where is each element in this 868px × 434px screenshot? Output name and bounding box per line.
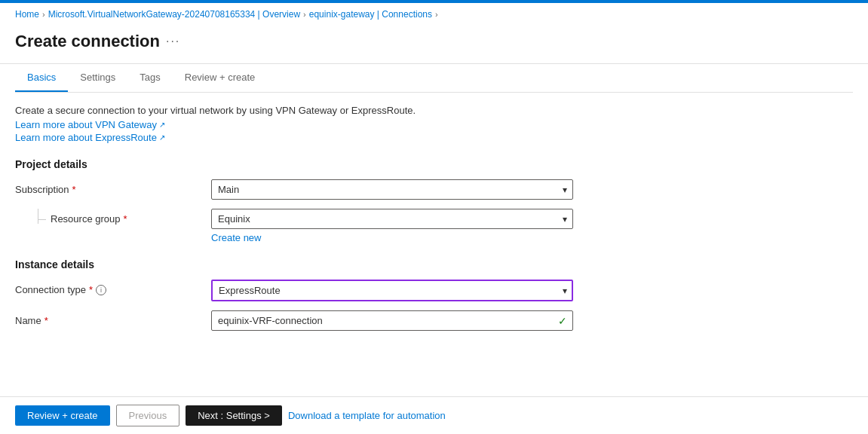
breadcrumb-vng[interactable]: Microsoft.VirtualNetworkGateway-20240708…	[48, 9, 300, 20]
external-link-icon-2: ↗	[159, 133, 165, 142]
ellipsis-icon[interactable]: ···	[166, 35, 180, 48]
tab-basics[interactable]: Basics	[15, 64, 68, 92]
rg-required: *	[124, 213, 127, 225]
ct-select-wrapper: ExpressRoute VNet-to-VNet Site-to-site (…	[211, 280, 573, 301]
vpn-gateway-link[interactable]: Learn more about VPN Gateway ↗	[15, 119, 165, 130]
connection-type-select[interactable]: ExpressRoute VNet-to-VNet Site-to-site (…	[211, 280, 573, 301]
connection-type-info-icon[interactable]: i	[96, 285, 106, 295]
connection-type-label: Connection type * i	[15, 280, 211, 295]
name-input[interactable]	[211, 310, 573, 331]
breadcrumb-sep-1: ›	[42, 10, 45, 19]
name-required: *	[44, 315, 48, 326]
project-details-heading: Project details	[15, 158, 853, 170]
tab-settings[interactable]: Settings	[68, 64, 127, 92]
connection-type-control: ExpressRoute VNet-to-VNet Site-to-site (…	[211, 280, 573, 301]
subscription-label: Subscription *	[15, 179, 211, 195]
name-label: Name *	[15, 310, 211, 326]
breadcrumb-sep-3: ›	[435, 10, 438, 19]
page-title: Create connection	[15, 32, 160, 51]
resource-group-control: Equinix ▾ Create new	[211, 209, 573, 243]
instance-details-heading: Instance details	[15, 258, 853, 270]
breadcrumb: Home › Microsoft.VirtualNetworkGateway-2…	[0, 3, 868, 26]
resource-group-select[interactable]: Equinix	[211, 209, 573, 229]
rg-select-wrapper: Equinix ▾	[211, 209, 573, 229]
expressroute-link[interactable]: Learn more about ExpressRoute ↗	[15, 132, 165, 143]
subscription-select[interactable]: Main	[211, 179, 573, 200]
tab-tags[interactable]: Tags	[127, 64, 172, 92]
breadcrumb-equinix[interactable]: equinix-gateway | Connections	[309, 9, 432, 20]
resource-group-label: Resource group *	[51, 209, 127, 225]
resource-group-row: Resource group * Equinix ▾ Create new	[30, 209, 853, 243]
subscription-select-wrapper: Main ▾	[211, 179, 573, 200]
create-new-link[interactable]: Create new	[211, 232, 573, 243]
connection-type-row: Connection type * i ExpressRoute VNet-to…	[15, 280, 853, 301]
tab-bar: Basics Settings Tags Review + create	[15, 64, 853, 93]
breadcrumb-sep-2: ›	[303, 10, 306, 19]
name-input-wrapper: ✓	[211, 310, 573, 331]
subscription-row: Subscription * Main ▾	[15, 179, 853, 200]
description-text: Create a secure connection to your virtu…	[15, 105, 853, 116]
subscription-control: Main ▾	[211, 179, 573, 200]
name-row: Name * ✓	[15, 310, 853, 331]
breadcrumb-home[interactable]: Home	[15, 9, 39, 20]
ct-required: *	[89, 284, 93, 295]
subscription-required: *	[72, 184, 76, 195]
tab-review-create[interactable]: Review + create	[173, 64, 268, 92]
page-header: Create connection ···	[0, 26, 868, 63]
name-check-icon: ✓	[558, 315, 567, 327]
main-content: Basics Settings Tags Review + create Cre…	[0, 64, 868, 385]
name-control: ✓	[211, 310, 573, 331]
external-link-icon-1: ↗	[159, 121, 165, 129]
